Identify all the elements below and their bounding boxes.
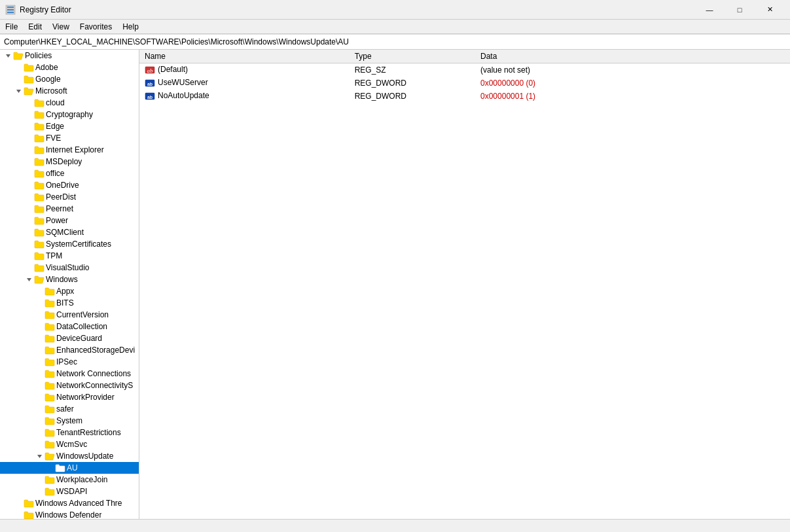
menu-item-help[interactable]: Help xyxy=(117,21,144,33)
tree-node-label: office xyxy=(46,169,64,178)
svg-marker-5 xyxy=(16,90,21,93)
tree-node-label: VisualStudio xyxy=(46,263,90,272)
tree-node-adobe[interactable]: Adobe xyxy=(0,62,139,73)
tree-node-onedrive[interactable]: OneDrive xyxy=(0,179,139,191)
svg-marker-4 xyxy=(6,54,10,58)
folder-icon xyxy=(24,86,34,96)
tree-node-peernet[interactable]: Peernet xyxy=(0,203,139,215)
tree-node-visualstudio[interactable]: VisualStudio xyxy=(0,262,139,274)
folder-icon xyxy=(34,168,45,179)
tree-node-label: TPM xyxy=(46,251,62,260)
menu-item-view[interactable]: View xyxy=(47,21,75,33)
folder-icon xyxy=(45,333,55,344)
folder-icon xyxy=(34,98,45,108)
tree-node-safer[interactable]: safer xyxy=(0,403,139,415)
tree-node-cloud[interactable]: cloud xyxy=(0,97,139,109)
tree-node-windowsupdate[interactable]: WindowsUpdate xyxy=(0,450,139,462)
tree-node-tpm[interactable]: TPM xyxy=(0,250,139,262)
value-name: ab UseWUServer xyxy=(139,77,350,90)
tree-node-wcmsvc[interactable]: WcmSvc xyxy=(0,438,139,450)
status-bar xyxy=(0,519,790,532)
tree-node-cryptography[interactable]: Cryptography xyxy=(0,109,139,120)
folder-icon xyxy=(45,286,55,296)
folder-icon xyxy=(24,74,34,84)
value-type: REG_DWORD xyxy=(350,90,475,103)
expand-icon[interactable] xyxy=(34,451,45,461)
expand-icon[interactable] xyxy=(3,50,13,61)
tree-node-windows_advanced[interactable]: Windows Advanced Thre xyxy=(0,497,139,509)
tree-node-deviceguard[interactable]: DeviceGuard xyxy=(0,332,139,344)
tree-node-networkprovider[interactable]: NetworkProvider xyxy=(0,391,139,403)
svg-rect-3 xyxy=(7,12,14,13)
value-data: 0x00000000 (0) xyxy=(475,77,790,90)
tree-node-ipsec[interactable]: IPSec xyxy=(0,356,139,368)
folder-icon xyxy=(34,251,45,261)
tree-node-google[interactable]: Google xyxy=(0,73,139,85)
menu-item-edit[interactable]: Edit xyxy=(23,21,47,33)
tree-node-power[interactable]: Power xyxy=(0,215,139,226)
tree-node-appx[interactable]: Appx xyxy=(0,285,139,297)
folder-icon xyxy=(55,463,65,473)
tree-node-label: WcmSvc xyxy=(56,440,87,449)
folder-icon xyxy=(45,310,55,320)
tree-node-internet_explorer[interactable]: Internet Explorer xyxy=(0,144,139,156)
folder-icon xyxy=(45,368,55,379)
app-icon xyxy=(5,5,16,15)
tree-node-office[interactable]: office xyxy=(0,168,139,179)
tree-node-label: System xyxy=(56,416,82,425)
tree-node-tenantrestrictions[interactable]: TenantRestrictions xyxy=(0,427,139,438)
tree-node-policies[interactable]: Policies xyxy=(0,50,139,62)
expand-icon[interactable] xyxy=(13,86,24,96)
tree-node-label: Appx xyxy=(56,287,74,296)
tree-node-label: SQMClient xyxy=(46,228,84,237)
tree-node-microsoft[interactable]: Microsoft xyxy=(0,85,139,97)
tree-node-sqmclient[interactable]: SQMClient xyxy=(0,226,139,238)
expand-icon[interactable] xyxy=(24,274,34,285)
folder-icon xyxy=(34,156,45,167)
window-controls[interactable]: — □ ✕ xyxy=(694,0,785,20)
tree-node-label: NetworkConnectivityS xyxy=(56,381,133,390)
tree-node-msdeploy[interactable]: MSDeploy xyxy=(0,156,139,168)
tree-node-networkconnectivity[interactable]: NetworkConnectivityS xyxy=(0,380,139,391)
folder-icon xyxy=(24,510,34,519)
folder-icon xyxy=(45,451,55,461)
menu-item-favorites[interactable]: Favorites xyxy=(75,21,117,33)
tree-node-network_connections[interactable]: Network Connections xyxy=(0,368,139,380)
tree-node-label: EnhancedStorageDevi xyxy=(56,346,135,355)
tree-node-label: BITS xyxy=(56,298,74,308)
tree-node-enhancedstoragede[interactable]: EnhancedStorageDevi xyxy=(0,344,139,356)
tree-node-systemcertificates[interactable]: SystemCertificates xyxy=(0,238,139,250)
folder-icon xyxy=(45,321,55,332)
folder-icon xyxy=(34,133,45,143)
folder-icon xyxy=(34,239,45,249)
svg-rect-1 xyxy=(7,7,14,8)
tree-node-system[interactable]: System xyxy=(0,415,139,427)
tree-node-peerdist[interactable]: PeerDist xyxy=(0,191,139,203)
tree-panel[interactable]: Policies Adobe Google Microsoft cloud Cr… xyxy=(0,50,139,519)
tree-node-wsdapi[interactable]: WSDAPI xyxy=(0,486,139,497)
tree-node-datacollection[interactable]: DataCollection xyxy=(0,321,139,332)
minimize-button[interactable]: — xyxy=(694,0,725,20)
tree-node-label: Windows xyxy=(46,275,78,284)
folder-icon xyxy=(34,227,45,238)
svg-marker-7 xyxy=(37,455,42,458)
tree-node-currentversion[interactable]: CurrentVersion xyxy=(0,309,139,321)
table-row[interactable]: ab (Default)REG_SZ(value not set) xyxy=(139,63,790,77)
table-row[interactable]: ab UseWUServerREG_DWORD0x00000000 (0) xyxy=(139,77,790,90)
close-button[interactable]: ✕ xyxy=(755,0,785,20)
value-data: 0x00000001 (1) xyxy=(475,90,790,103)
values-panel[interactable]: Name Type Data ab (Default)REG_SZ(value … xyxy=(139,50,790,519)
table-row[interactable]: ab NoAutoUpdateREG_DWORD0x00000001 (1) xyxy=(139,90,790,103)
tree-node-windows_defender[interactable]: Windows Defender xyxy=(0,509,139,519)
maximize-button[interactable]: □ xyxy=(725,0,755,20)
folder-icon xyxy=(45,439,55,450)
tree-node-windows[interactable]: Windows xyxy=(0,274,139,285)
tree-node-bits[interactable]: BITS xyxy=(0,297,139,309)
tree-node-fve[interactable]: FVE xyxy=(0,132,139,144)
tree-node-label: WindowsUpdate xyxy=(56,452,113,461)
tree-node-edge[interactable]: Edge xyxy=(0,120,139,132)
values-table: Name Type Data ab (Default)REG_SZ(value … xyxy=(139,50,790,103)
menu-item-file[interactable]: File xyxy=(0,21,23,33)
tree-node-workplaceloan[interactable]: WorkplaceJoin xyxy=(0,474,139,486)
tree-node-au[interactable]: AU xyxy=(0,462,139,474)
